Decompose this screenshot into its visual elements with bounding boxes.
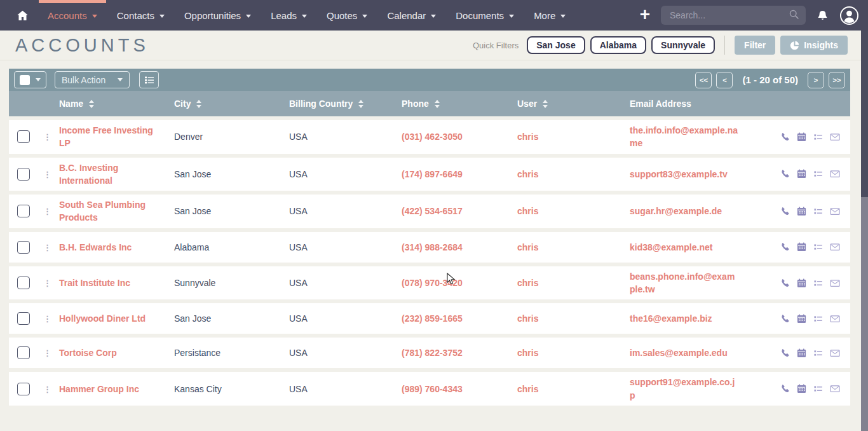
quick-create-plus-icon[interactable]: + — [640, 6, 650, 24]
row-menu-kebab-icon[interactable]: ⋮ — [43, 243, 51, 252]
list-icon[interactable] — [813, 314, 823, 324]
home-icon[interactable] — [17, 10, 29, 22]
user-link[interactable]: chris — [517, 168, 538, 181]
sort-arrows-icon[interactable] — [435, 100, 440, 108]
email-link[interactable]: kid38@example.net — [630, 241, 712, 254]
user-link[interactable]: chris — [517, 205, 538, 217]
nav-item-more[interactable]: More — [534, 0, 566, 31]
phone-link[interactable]: (781) 822-3752 — [402, 346, 463, 359]
email-link[interactable]: support91@example.co.jp — [630, 376, 738, 402]
phone-icon[interactable] — [780, 207, 790, 216]
row-menu-kebab-icon[interactable]: ⋮ — [43, 132, 51, 142]
list-icon[interactable] — [813, 207, 823, 216]
phone-icon[interactable] — [780, 384, 790, 393]
row-menu-kebab-icon[interactable]: ⋮ — [43, 348, 51, 358]
phone-icon[interactable] — [780, 169, 790, 179]
scrollbar-thumb[interactable] — [861, 31, 868, 197]
account-name-link[interactable]: Income Free Investing LP — [59, 124, 164, 150]
sort-arrows-icon[interactable] — [196, 100, 201, 108]
calendar-icon[interactable] — [797, 132, 806, 142]
phone-link[interactable]: (031) 462-3050 — [402, 130, 463, 143]
nav-item-leads[interactable]: Leads — [271, 0, 307, 31]
phone-icon[interactable] — [780, 242, 790, 252]
select-all-dropdown[interactable] — [14, 71, 46, 88]
list-icon[interactable] — [813, 169, 823, 179]
list-icon[interactable] — [813, 348, 823, 358]
nav-item-quotes[interactable]: Quotes — [327, 0, 367, 31]
row-checkbox[interactable] — [17, 205, 30, 217]
list-icon[interactable] — [813, 384, 823, 393]
nav-item-contacts[interactable]: Contacts — [117, 0, 165, 31]
select-all-checkbox[interactable] — [20, 75, 30, 85]
user-link[interactable]: chris — [517, 346, 538, 359]
pagination-prev-button[interactable]: < — [716, 72, 733, 88]
email-link[interactable]: the16@example.biz — [630, 312, 712, 325]
phone-link[interactable]: (232) 859-1665 — [402, 312, 463, 325]
column-header-phone[interactable]: Phone — [402, 99, 517, 109]
sort-arrows-icon[interactable] — [543, 100, 548, 108]
account-name-link[interactable]: B.H. Edwards Inc — [59, 241, 132, 254]
email-link[interactable]: support83@example.tv — [630, 168, 728, 181]
column-header-user[interactable]: User — [517, 99, 630, 109]
list-view-toggle-icon[interactable] — [139, 71, 159, 88]
quick-filter-sunnyvale[interactable]: Sunnyvale — [651, 36, 715, 54]
email-icon[interactable] — [830, 348, 840, 358]
bulk-action-dropdown[interactable]: Bulk Action — [55, 71, 130, 88]
row-checkbox[interactable] — [17, 277, 30, 289]
quick-filter-alabama[interactable]: Alabama — [590, 36, 646, 54]
calendar-icon[interactable] — [797, 169, 806, 179]
account-name-link[interactable]: B.C. Investing International — [59, 161, 164, 188]
account-name-link[interactable]: Hollywood Diner Ltd — [59, 312, 146, 325]
list-icon[interactable] — [813, 242, 823, 252]
calendar-icon[interactable] — [797, 278, 806, 288]
quick-filter-san-jose[interactable]: San Jose — [527, 36, 585, 54]
phone-icon[interactable] — [780, 132, 790, 142]
user-link[interactable]: chris — [517, 130, 538, 143]
search-input[interactable] — [670, 10, 789, 20]
account-name-link[interactable]: Tortoise Corp — [59, 346, 117, 359]
phone-link[interactable]: (422) 534-6517 — [402, 205, 463, 217]
email-link[interactable]: sugar.hr@example.de — [630, 205, 722, 217]
row-checkbox[interactable] — [17, 241, 30, 254]
notifications-bell-icon[interactable] — [817, 10, 829, 22]
email-icon[interactable] — [830, 207, 840, 216]
row-menu-kebab-icon[interactable]: ⋮ — [43, 207, 51, 216]
email-icon[interactable] — [830, 384, 840, 393]
account-name-link[interactable]: Hammer Group Inc — [59, 383, 139, 395]
insights-button[interactable]: Insights — [780, 36, 848, 55]
email-icon[interactable] — [830, 278, 840, 288]
account-name-link[interactable]: Trait Institute Inc — [59, 277, 130, 289]
phone-link[interactable]: (174) 897-6649 — [402, 168, 463, 181]
email-icon[interactable] — [830, 169, 840, 179]
row-menu-kebab-icon[interactable]: ⋮ — [43, 170, 51, 179]
phone-icon[interactable] — [780, 348, 790, 358]
sort-arrows-icon[interactable] — [89, 100, 94, 108]
user-link[interactable]: chris — [517, 277, 538, 289]
calendar-icon[interactable] — [797, 207, 806, 216]
user-link[interactable]: chris — [517, 383, 538, 395]
row-checkbox[interactable] — [17, 168, 30, 181]
list-icon[interactable] — [813, 278, 823, 288]
account-name-link[interactable]: South Sea Plumbing Products — [59, 198, 164, 224]
calendar-icon[interactable] — [797, 348, 806, 358]
phone-icon[interactable] — [780, 314, 790, 324]
email-icon[interactable] — [830, 242, 840, 252]
row-checkbox[interactable] — [17, 130, 30, 143]
vertical-scrollbar[interactable] — [861, 31, 868, 431]
email-link[interactable]: beans.phone.info@example.tw — [630, 270, 738, 296]
nav-item-documents[interactable]: Documents — [456, 0, 514, 31]
user-link[interactable]: chris — [517, 312, 538, 325]
nav-item-calendar[interactable]: Calendar — [387, 0, 436, 31]
phone-link[interactable]: (078) 970-3420 — [402, 277, 463, 289]
email-icon[interactable] — [830, 314, 840, 324]
calendar-icon[interactable] — [797, 314, 806, 324]
row-menu-kebab-icon[interactable]: ⋮ — [43, 314, 51, 324]
pagination-last-button[interactable]: >> — [829, 72, 845, 88]
user-link[interactable]: chris — [517, 241, 538, 254]
email-link[interactable]: the.info.info@example.name — [630, 124, 738, 150]
pagination-next-button[interactable]: > — [808, 72, 824, 88]
column-header-billing-country[interactable]: Billing Country — [289, 99, 402, 109]
phone-icon[interactable] — [780, 278, 790, 288]
sort-arrows-icon[interactable] — [358, 100, 363, 108]
email-icon[interactable] — [830, 132, 840, 142]
